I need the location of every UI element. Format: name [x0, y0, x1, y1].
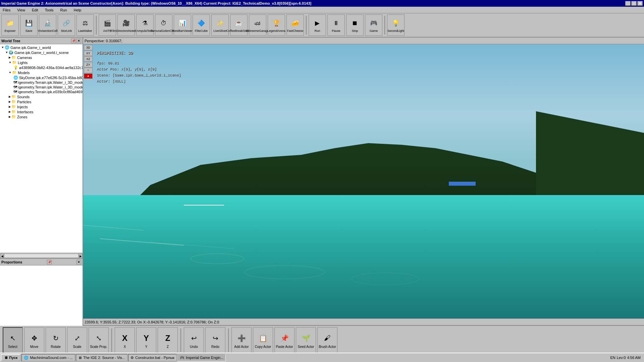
rotate-button[interactable]: ↻ Rotate	[46, 327, 66, 353]
toolbar-bestbar[interactable]: 📊 BestBarViewer	[174, 14, 191, 36]
taskbar-imperialgame[interactable]: 🎮 Imperial Game Engin...	[177, 354, 226, 361]
taskbar-constructorbat[interactable]: ⚙ Constructor.bat - Ррлык	[128, 354, 177, 361]
toolbar-game[interactable]: 🎮 Game	[365, 14, 382, 36]
livesilver-label: LiveSilver	[213, 29, 226, 33]
axis-y-button[interactable]: Y Y	[136, 327, 156, 353]
view-plus-btn[interactable]: +	[84, 68, 93, 73]
taskbar-machinimasound[interactable]: 🌐 MachinimaSound.com - ...	[21, 354, 75, 361]
toolbar-save[interactable]: 💾 Save	[20, 14, 38, 36]
toolbar-samurai[interactable]: ⏱ SamuraiGolenClock	[155, 14, 172, 36]
level-indicator: Lev:0	[617, 356, 626, 360]
toolbar-extreeme[interactable]: 🏎 ExtreemeGarage	[249, 14, 266, 36]
tree-item-root-label: Game.ipk.Game_i_world	[10, 46, 51, 50]
tree-item-particles[interactable]: ▶ 📁 Particles	[1, 99, 82, 104]
toolbar-stop[interactable]: ⏹ Stop	[346, 14, 364, 36]
scroll-left-btn[interactable]: ◄	[0, 254, 4, 258]
tree-item-root[interactable]: ▼ 🌐 Game.ipk.Game_i_world	[1, 45, 82, 50]
props-pin[interactable]: 📌	[47, 260, 52, 264]
viewport[interactable]: 3D XY XZ ZY + ● PERSPECTIVE: 3D fps: 60.…	[83, 44, 644, 318]
props-panel: Proportions 📌 ✕	[0, 258, 83, 325]
scale-button[interactable]: ⤢ Scale	[67, 327, 87, 353]
copy-actor-button[interactable]: 📋 Copy Actor	[253, 327, 273, 353]
toolbar-exposer[interactable]: 📁 Exposer	[1, 14, 19, 36]
tree-item-scene[interactable]: ▼ 🌍 Game.ipk.Game_i_world.i_scene	[1, 50, 82, 55]
seed-actor-button[interactable]: 🌱 Seed Actor	[296, 327, 316, 353]
toolbar-vivisection[interactable]: 🔬 VivisectionCell	[39, 14, 56, 36]
scroll-track[interactable]	[4, 254, 78, 258]
toolbar-storlink[interactable]: 🔗 StorLink	[58, 14, 75, 36]
view-controls-panel: 3D XY XZ ZY + ●	[83, 44, 93, 79]
menu-edit[interactable]: Edit	[31, 7, 40, 13]
world-tree-title: World Tree	[1, 39, 20, 43]
start-button[interactable]: 🖥 Пуск	[1, 354, 21, 361]
start-icon: 🖥	[4, 356, 8, 360]
tree-item-injects-label: Injects	[17, 105, 28, 109]
props-close[interactable]: ✕	[76, 260, 81, 264]
brush-actor-icon: 🖌	[321, 332, 333, 344]
tree-item-cameras[interactable]: ▶ 📁 Cameras	[1, 55, 82, 60]
axis-x-button[interactable]: X X	[115, 327, 135, 353]
world-tree-close[interactable]: ✕	[76, 39, 81, 43]
tree-item-models[interactable]: ▼ 📁 Models	[1, 70, 82, 75]
scroll-right-btn[interactable]: ►	[78, 254, 83, 258]
tree-item-terrain3[interactable]: 🗺 igeometry.Terrain.ipk.e039c0cf80ad4699…	[1, 89, 82, 94]
toolbar-filmdirectors[interactable]: 🎥 FilmDirectorsNoteBook	[117, 14, 135, 36]
undo-button[interactable]: ↩ Undo	[184, 327, 204, 353]
scale-prop-button[interactable]: ⤡ Scale Prop.	[89, 327, 109, 353]
select-button[interactable]: ↖ Select	[3, 327, 23, 353]
toolbar-fastcheese[interactable]: 🧀 FastCheese	[286, 14, 304, 36]
tree-item-terrain2[interactable]: 🗺 igeometry.Terrain.ipk.Water_i_3D_model…	[1, 85, 82, 89]
paste-actor-label: Paste Actor	[276, 345, 293, 349]
toolbar-pause[interactable]: ⏸ Pause	[327, 14, 345, 36]
toolbar-run[interactable]: ▶ Run	[309, 14, 326, 36]
menu-help[interactable]: Help	[72, 7, 83, 13]
view-eye-btn[interactable]: ●	[84, 73, 93, 79]
tree-item-interfaces-label: Interfaces	[17, 110, 33, 114]
menu-tools[interactable]: Tools	[44, 7, 55, 13]
tree-item-skydome-label: SkyDome.ipk.e77e62f6-5c23-45ba-b80b-a278…	[19, 76, 83, 80]
view-xz-btn[interactable]: XZ	[84, 56, 93, 62]
title-bar: Imperial Game Engine 2: Axionometrical a…	[0, 0, 644, 7]
tree-item-interfaces[interactable]: ▶ 📁 Interfaces	[1, 109, 82, 114]
redo-button[interactable]: ↪ Redo	[205, 327, 225, 353]
view-zy-btn[interactable]: ZY	[84, 62, 93, 67]
tree-item-terrain1[interactable]: 🗺 igeometry.Terrain.ipk.Water_i_3D_model	[1, 80, 82, 85]
scene-container: 3D XY XZ ZY + ● PERSPECTIVE: 3D fps: 60.…	[83, 44, 644, 318]
toolbar-legendarena[interactable]: 🏆 LegendArena	[268, 14, 285, 36]
vivisection-label: VivisectionCell	[38, 29, 57, 33]
menu-files[interactable]: Files	[1, 7, 12, 13]
world-tree[interactable]: ▼ 🌐 Game.ipk.Game_i_world ▼ 🌍 Game.ipk.G…	[0, 44, 83, 253]
world-tree-pin[interactable]: 📌	[71, 39, 76, 43]
minimize-button[interactable]: _	[625, 1, 631, 6]
maximize-button[interactable]: □	[631, 1, 637, 6]
toolbar-coffeebreak[interactable]: ☕ CoffeeBreakStudio	[230, 14, 248, 36]
view-3d-btn[interactable]: 3D	[84, 45, 93, 50]
add-actor-button[interactable]: ➕ Add Actor	[231, 327, 252, 353]
rotate-label: Rotate	[51, 345, 60, 349]
horizontal-scrollbar[interactable]: ◄ ►	[0, 253, 83, 258]
menu-view[interactable]: View	[16, 7, 26, 13]
toolbar-lawmaker[interactable]: ⚖ LawMaker	[76, 14, 94, 36]
toolbar-livesilver[interactable]: ✨ LiveSilver	[211, 14, 229, 36]
taskbar-machinimasound-label: MachinimaSound.com - ...	[30, 356, 73, 360]
tree-item-sounds[interactable]: ▶ 📁 Sounds	[1, 94, 82, 99]
props-header: Proportions 📌 ✕	[0, 259, 83, 265]
view-xy-btn[interactable]: XY	[84, 51, 93, 56]
toolbar-anite[interactable]: 🎬 AnITE	[99, 14, 116, 36]
tree-item-zones[interactable]: ▶ 📁 Zones	[1, 114, 82, 119]
move-button[interactable]: ✥ Move	[24, 327, 44, 353]
tree-item-light1[interactable]: 💡 a4389808-0b82-436a-934d-ae9a132c757e.i…	[1, 65, 82, 70]
paste-actor-button[interactable]: 📌 Paste Actor	[274, 327, 294, 353]
tree-item-injects[interactable]: ▶ 📁 Injects	[1, 104, 82, 109]
taskbar-ige2source[interactable]: 🖥 The IGE 2: Source - Vis...	[76, 354, 127, 361]
toolbar-secondlight[interactable]: 💡 SecondLight	[387, 14, 405, 36]
toolbar-flitecube[interactable]: 🔷 FliteCube	[193, 14, 210, 36]
axis-z-button[interactable]: Z Z	[158, 327, 178, 353]
tree-item-lights[interactable]: ▼ 📁 Lights	[1, 60, 82, 65]
toolbar-ampulatech[interactable]: ⚗ AmpulaTech	[136, 14, 154, 36]
menu-run[interactable]: Run	[59, 7, 68, 13]
tree-item-skydome[interactable]: 🌐 SkyDome.ipk.e77e62f6-5c23-45ba-b80b-a2…	[1, 75, 82, 80]
brush-actor-button[interactable]: 🖌 Brush Actor	[317, 327, 337, 353]
close-button[interactable]: ✕	[637, 1, 643, 6]
taskbar-constructorbat-icon: ⚙	[130, 356, 134, 360]
